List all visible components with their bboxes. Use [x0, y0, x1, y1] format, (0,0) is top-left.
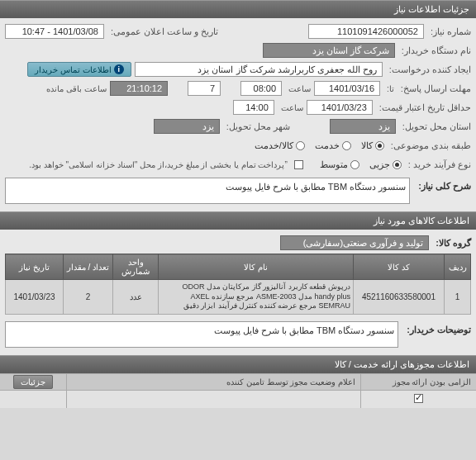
- mandatory-cell: الزامی بودن ارائه مجوز: [360, 374, 476, 390]
- buyer-notes-label: توضیحات خریدار:: [407, 321, 471, 335]
- public-datetime-field: 1401/03/08 - 10:47: [5, 24, 104, 39]
- to-label: تا:: [387, 84, 394, 93]
- need-title-field: سنسور دستگاه TBM مطابق با شرح فایل پیوست: [5, 178, 410, 204]
- table-header-row: ردیف کد کالا نام کالا واحد شمارش تعداد /…: [6, 254, 471, 280]
- class-label: طبقه بندی موضوعی:: [391, 140, 471, 151]
- min-valid-time-field: 14:00: [233, 100, 274, 115]
- class-radio-group: کالا خدمت کالا/خدمت: [255, 140, 384, 151]
- radio-icon: [350, 160, 359, 169]
- supplier-status-label: اعلام وضعیت مجوز توسط تامین کننده: [226, 377, 355, 386]
- radio-icon: [393, 160, 402, 169]
- deadline-days-field: 7: [188, 81, 221, 96]
- cell-qty: 2: [64, 280, 113, 315]
- class-service-label: خدمت: [315, 140, 340, 151]
- proc-partial-radio[interactable]: جزیی: [369, 159, 402, 170]
- details-cell: جزئیات: [0, 374, 66, 390]
- province-label: استان محل تحویل:: [402, 121, 471, 132]
- mandatory-check-cell: ✓: [360, 391, 476, 408]
- goods-panel-header: اطلاعات کالاهای مورد نیاز: [0, 211, 476, 230]
- radio-icon: [342, 141, 351, 150]
- deadline-label: مهلت ارسال پاسخ:: [401, 83, 471, 94]
- class-gs-label: کالا/خدمت: [255, 140, 293, 151]
- proc-partial-label: جزیی: [369, 159, 390, 170]
- th-name: نام کالا: [159, 254, 354, 280]
- proc-medium-radio[interactable]: متوسط: [320, 159, 359, 170]
- radio-icon: [375, 141, 384, 150]
- main-panel-header: جزئیات اطلاعات نیاز: [0, 0, 476, 18]
- supplier-status-cell: اعلام وضعیت مجوز توسط تامین کننده: [66, 374, 360, 390]
- proc-radio-group: جزیی متوسط: [320, 159, 402, 170]
- public-datetime-label: تاریخ و ساعت اعلان عمومی:: [111, 26, 218, 37]
- supplier-status-value: [66, 391, 360, 408]
- payment-checkbox[interactable]: [294, 160, 303, 169]
- class-goods-service-radio[interactable]: کالا/خدمت: [255, 140, 305, 151]
- cell-idx: 1: [445, 280, 471, 315]
- check-icon: ✓: [415, 392, 422, 403]
- approvals-row: ✓: [0, 390, 476, 408]
- th-code: کد کالا: [354, 254, 445, 280]
- buyer-notes-field: سنسور دستگاه TBM مطابق با شرح فایل پیوست: [5, 321, 398, 348]
- payment-note: ”پرداخت تمام یا بخشی از مبلغ خرید،از محل…: [29, 160, 288, 169]
- approvals-columns: الزامی بودن ارائه مجوز اعلام وضعیت مجوز …: [0, 373, 476, 390]
- cell-name: درپوش قطعه کاربرد آنالیزور گاز مرکاپتان …: [159, 280, 354, 315]
- deadline-time-field: 08:00: [240, 81, 282, 96]
- contact-info-button[interactable]: i اطلاعات تماس خریدار: [27, 62, 131, 77]
- cell-unit: عدد: [113, 280, 159, 315]
- main-content: شماره نیاز: 1101091426000052 تاریخ و ساع…: [0, 18, 476, 211]
- table-row[interactable]: 1 4521160633580001 درپوش قطعه کاربرد آنا…: [6, 280, 471, 315]
- proc-medium-label: متوسط: [320, 159, 348, 170]
- th-row: ردیف: [445, 254, 471, 280]
- need-no-field: 1101091426000052: [308, 24, 424, 39]
- details-value: [0, 391, 66, 408]
- min-valid-label: حداقل تاریخ اعتبار قیمت:: [379, 102, 471, 113]
- mandatory-checkbox[interactable]: ✓: [414, 394, 423, 403]
- class-service-radio[interactable]: خدمت: [315, 140, 351, 151]
- remaining-label: ساعت باقی مانده: [46, 84, 107, 93]
- cell-date: 1401/03/23: [6, 280, 64, 315]
- class-goods-label: کالا: [361, 140, 373, 151]
- city-field: یزد: [154, 119, 220, 134]
- hour-label-1: ساعت: [288, 84, 311, 93]
- contact-info-label: اطلاعات تماس خریدار: [35, 65, 112, 74]
- min-valid-date-field: 1401/03/23: [307, 100, 373, 115]
- buyer-org-label: نام دستگاه خریدار:: [402, 45, 471, 56]
- city-label: شهر محل تحویل:: [226, 121, 290, 132]
- need-title-label: شرح کلی نیاز:: [418, 178, 471, 192]
- radio-icon: [296, 141, 305, 150]
- requester-field: روح الله جعفری کاربرارشد شرکت گاز استان …: [135, 62, 383, 77]
- remaining-time-field: 21:10:12: [110, 81, 168, 96]
- goods-table: ردیف کد کالا نام کالا واحد شمارش تعداد /…: [5, 254, 471, 315]
- product-group-label: گروه کالا:: [436, 238, 471, 249]
- need-no-label: شماره نیاز:: [431, 26, 471, 37]
- buyer-org-field: شرکت گاز استان یزد: [263, 43, 395, 58]
- province-field: یزد: [330, 119, 396, 134]
- th-qty: تعداد / مقدار: [64, 254, 113, 280]
- approvals-panel-header: اطلاعات مجوزهای ارائه خدمت / کالا: [0, 355, 476, 373]
- cell-code: 4521160633580001: [354, 280, 445, 315]
- class-goods-radio[interactable]: کالا: [361, 140, 384, 151]
- proc-label: نوع فرآیند خرید :: [408, 159, 471, 170]
- info-icon: i: [114, 64, 124, 74]
- deadline-date-field: 1401/03/16: [314, 81, 380, 96]
- goods-content: گروه کالا: تولید و فرآوری صنعتی(سفارشی) …: [0, 230, 476, 355]
- th-unit: واحد شمارش: [113, 254, 159, 280]
- details-button[interactable]: جزئیات: [13, 375, 53, 389]
- requester-label: ایجاد کننده درخواست:: [389, 64, 471, 75]
- th-date: تاریخ نیاز: [6, 254, 64, 280]
- product-group-field: تولید و فرآوری صنعتی(سفارشی): [280, 235, 429, 250]
- approvals-content: الزامی بودن ارائه مجوز اعلام وضعیت مجوز …: [0, 373, 476, 408]
- hour-label-2: ساعت: [281, 103, 303, 112]
- mandatory-label: الزامی بودن ارائه مجوز: [393, 377, 471, 386]
